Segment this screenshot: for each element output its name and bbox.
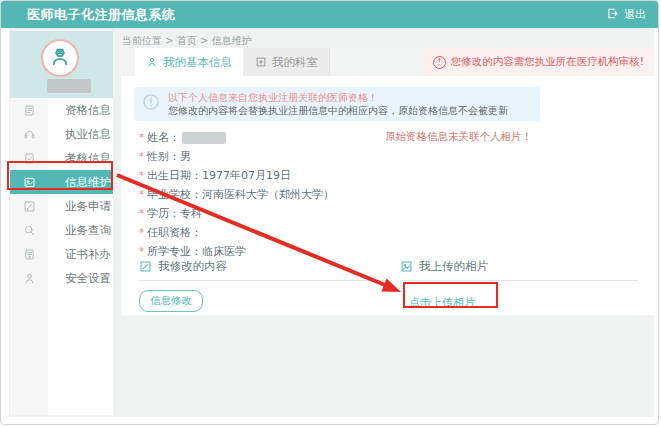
breadcrumb: 当前位置 > 首页 > 信息维护 — [122, 34, 251, 48]
sidebar-item-label: 证书补办 — [48, 247, 111, 262]
sidebar-item-qualification-info[interactable]: 资格信息 — [10, 98, 113, 122]
person-icon — [146, 56, 158, 68]
logout-icon — [606, 7, 619, 23]
checklist-icon — [10, 152, 48, 165]
field-gender: 性别 男 — [139, 147, 334, 166]
modified-content-title: 我修改的内容 — [158, 259, 227, 274]
required-asterisk — [139, 246, 147, 257]
review-notice-text: 您修改的内容需您执业所在医疗机构审核! — [451, 55, 644, 69]
field-value: 男 — [180, 149, 191, 164]
modified-content-header: 我修改的内容 — [139, 259, 386, 281]
user-lock-icon — [10, 272, 48, 285]
sidebar-item-label: 执业信息 — [48, 127, 111, 142]
upload-photo-link[interactable]: 点击上传相片 — [409, 295, 475, 310]
sidebar-item-assessment-info[interactable]: 考核信息 — [10, 146, 113, 170]
field-value: 河南医科大学（郑州大学） — [202, 187, 334, 202]
field-post-qualification: 任职资格 — [139, 223, 334, 242]
tab-label: 我的基本信息 — [163, 55, 232, 70]
edit-doc-icon — [10, 200, 48, 213]
field-graduate-school: 毕业学校 河南医科大学（郑州大学） — [139, 185, 334, 204]
sidebar-menu: 资格信息 执业信息 考核信息 信息维护 — [10, 98, 113, 290]
uploaded-photo-header: 我上传的相片 — [400, 259, 638, 281]
sidebar-item-business-query[interactable]: 业务查询 — [10, 218, 113, 242]
search-icon — [10, 224, 48, 237]
alert-line2: 您修改的内容将会替换执业注册信息中的相应内容，原始资格信息不会被更新 — [168, 104, 508, 117]
tab-bar: 我的基本信息 我的科室 ! 您修改的内容需您执业所在医疗机构审核! — [121, 48, 654, 76]
tab-my-department[interactable]: 我的科室 — [244, 48, 330, 76]
required-asterisk — [139, 151, 147, 162]
doctor-icon — [48, 44, 72, 72]
field-birthdate: 出生日期 1977年07月19日 — [139, 166, 334, 185]
info-alert: 以下个人信息来自您执业注册关联的医师资格！ 您修改的内容将会替换执业注册信息中的… — [134, 87, 540, 121]
sidebar-item-security-settings[interactable]: 安全设置 — [10, 266, 113, 290]
tab-content: 以下个人信息来自您执业注册关联的医师资格！ 您修改的内容将会替换执业注册信息中的… — [121, 76, 654, 315]
logout-button[interactable]: 退出 — [606, 1, 646, 28]
sidebar-item-label: 信息维护 — [48, 175, 111, 190]
required-asterisk — [139, 189, 147, 200]
photo-warning-text: 原始资格信息未关联个人相片！ — [385, 130, 532, 144]
avatar — [41, 39, 79, 77]
required-asterisk — [139, 208, 147, 219]
exclamation-circle-icon: ! — [433, 56, 446, 69]
field-education: 学历 专科 — [139, 204, 334, 223]
sidebar-item-label: 资格信息 — [48, 103, 111, 118]
info-modify-button[interactable]: 信息修改 — [139, 290, 203, 312]
modified-content-section: 我修改的内容 信息修改 — [139, 259, 386, 312]
app-header: 医师电子化注册信息系统 退出 — [1, 1, 658, 28]
tab-label: 我的科室 — [272, 55, 318, 70]
plus-box-icon — [255, 56, 267, 68]
alert-line1: 以下个人信息来自您执业注册关联的医师资格！ — [168, 91, 508, 104]
app-title: 医师电子化注册信息系统 — [27, 6, 176, 24]
sidebar-item-info-maintenance[interactable]: 信息维护 — [10, 170, 113, 194]
document-icon — [10, 104, 48, 117]
logout-label: 退出 — [624, 7, 646, 22]
sidebar-item-label: 安全设置 — [48, 271, 111, 286]
headset-icon — [10, 128, 48, 141]
sidebar: 资格信息 执业信息 考核信息 信息维护 — [10, 31, 113, 415]
field-value: 专科 — [180, 206, 202, 221]
user-name-redacted — [47, 79, 91, 93]
app-window: 医师电子化注册信息系统 退出 — [0, 0, 659, 425]
image-square-icon — [400, 260, 413, 273]
uploaded-photo-title: 我上传的相片 — [419, 259, 488, 274]
avatar-panel — [10, 31, 113, 98]
id-photo-icon — [10, 176, 48, 189]
sidebar-item-label: 考核信息 — [48, 151, 111, 166]
required-asterisk — [139, 170, 147, 181]
review-notice: ! 您修改的内容需您执业所在医疗机构审核! — [423, 48, 654, 76]
name-value-redacted — [182, 132, 226, 144]
uploaded-photo-section: 我上传的相片 点击上传相片 — [400, 259, 638, 310]
field-value: 1977年07月19日 — [202, 168, 291, 183]
sidebar-item-practice-info[interactable]: 执业信息 — [10, 122, 113, 146]
tab-my-basic-info[interactable]: 我的基本信息 — [135, 48, 244, 76]
required-asterisk — [139, 227, 147, 238]
certificate-icon — [10, 248, 48, 261]
edit-square-icon — [139, 260, 152, 273]
sidebar-item-label: 业务申请 — [48, 199, 111, 214]
required-asterisk — [139, 132, 147, 143]
field-value: 临床医学 — [202, 244, 246, 259]
info-circle-icon — [142, 93, 160, 115]
sidebar-item-label: 业务查询 — [48, 223, 111, 238]
field-name: 姓名 — [139, 128, 334, 147]
profile-fields: 姓名 性别 男 出生日期 1977年07月19日 毕业学校 河南医科大学（郑州大… — [139, 128, 334, 261]
sidebar-item-certificate-reissue[interactable]: 证书补办 — [10, 242, 113, 266]
main-card: 我的基本信息 我的科室 ! 您修改的内容需您执业所在医疗机构审核! 以下个人信息… — [121, 48, 654, 315]
sidebar-item-business-apply[interactable]: 业务申请 — [10, 194, 113, 218]
